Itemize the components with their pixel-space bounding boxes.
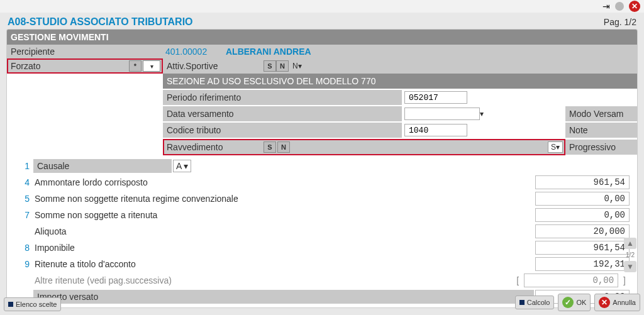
row-label: Imponibile (33, 243, 534, 253)
dataver-spacer (377, 106, 402, 121)
close-icon[interactable]: ✕ (629, 1, 640, 12)
attiv-s-button[interactable]: S (264, 60, 276, 72)
row-value[interactable]: 0,00 (535, 208, 630, 222)
altre-ritenute-row: Altre ritenute (vedi pag.successiva)[0,0… (11, 272, 633, 289)
ravv-n-button[interactable]: N (277, 141, 290, 153)
percipiente-row: Percipiente 401.00002 ALBERANI ANDREA (7, 45, 637, 58)
page-up-button[interactable]: ▲ (624, 238, 636, 249)
modover-cell: Modo Versam T F (565, 106, 638, 121)
ravv-s-button[interactable]: S (264, 141, 276, 153)
check-icon: ✓ (562, 297, 574, 308)
company-title: A08-STUDIO ASSOCIATO TRIBUTARIO (8, 16, 193, 28)
footer: Elenco scelte Calcolo ✓ OK ✕ Annulla (4, 294, 640, 311)
row-label: Ritenute a titolo d'acconto (33, 259, 534, 269)
bracket-close: ] (619, 275, 630, 285)
attiv-n-button[interactable]: N (276, 60, 289, 72)
forzato-highlight: Forzato * ▾ (7, 58, 163, 74)
attiv-label: Attiv.Sportive (163, 61, 264, 71)
row-number: 4 (14, 177, 32, 187)
ravvedimento-highlight: Ravvedimento S N S▾ (163, 139, 565, 155)
periodo-value-cell (402, 90, 565, 105)
periodo-value[interactable] (404, 91, 467, 104)
causale-select[interactable]: A ▾ (173, 160, 191, 172)
periodo-label: Periodo riferimento (163, 90, 377, 105)
detail-row: Aliquota20,000 (11, 223, 633, 240)
row-value[interactable]: 20,000 (535, 224, 630, 238)
modover-label: Modo Versam (569, 109, 623, 119)
ok-label: OK (576, 299, 586, 306)
calcolo-label: Calcolo (527, 299, 550, 306)
annulla-label: Annulla (613, 299, 636, 306)
main-panel: GESTIONE MOVIMENTI Percipiente 401.00002… (6, 29, 638, 308)
page-down-button[interactable]: ▼ (624, 261, 636, 272)
page-header: A08-STUDIO ASSOCIATO TRIBUTARIO Pag. 1/2 (0, 13, 644, 29)
square-icon (8, 302, 13, 307)
codtrib-spacer (377, 123, 402, 138)
forzato-dropdown[interactable]: ▾ (143, 60, 160, 72)
ravvedimento-label: Ravvedimento (167, 142, 262, 152)
row-number: 5 (14, 194, 32, 204)
detail-row: 1CausaleA ▾ (11, 158, 633, 174)
codtrib-value-cell (402, 123, 565, 138)
percipiente-label: Percipiente (11, 47, 162, 57)
dataver-value-cell: ▾ (402, 106, 565, 121)
page-indicator: Pag. 1/2 (604, 17, 636, 27)
row-number: 7 (14, 210, 32, 220)
cancel-icon: ✕ (599, 297, 610, 308)
row-label: Somme non soggette a ritenuta (33, 210, 534, 220)
row-value[interactable]: 961,54 (535, 241, 630, 255)
detail-row: 5Somme non soggette ritenuta regime conv… (11, 191, 633, 207)
row-number: 1 (14, 161, 32, 171)
altre-label: Altre ritenute (vedi pag.successiva) (33, 275, 511, 285)
row-label: Causale (33, 159, 172, 173)
forzato-attiv-row: Forzato * ▾ Attiv.Sportive S N N▾ (7, 58, 637, 74)
dataver-dropdown[interactable]: ▾ (480, 109, 484, 118)
altre-value: 0,00 (524, 274, 618, 287)
window-titlebar: ⇥ ✕ (0, 0, 644, 13)
row-number: 9 (14, 259, 32, 269)
attiv-row: Attiv.Sportive S N N▾ (163, 58, 637, 74)
codtrib-label: Codice tributo (163, 123, 377, 138)
row-number: 8 (14, 243, 32, 253)
elenco-scelte-button[interactable]: Elenco scelte (4, 297, 61, 311)
detail-row: 9Ritenute a titolo d'acconto192,31 (11, 256, 633, 272)
codtrib-value[interactable] (404, 124, 467, 136)
row-value[interactable]: 192,31 (535, 257, 630, 271)
percipiente-code: 401.00002 (165, 47, 222, 57)
dataver-label: Data versamento (163, 106, 377, 121)
section-title: GESTIONE MOVIMENTI (7, 30, 637, 45)
row-value[interactable]: 961,54 (535, 175, 630, 189)
note-label: Note (565, 123, 638, 138)
side-pager: ▲ 1/2 ▼ (624, 238, 636, 272)
bracket-open: [ (513, 275, 523, 285)
detail-rows: 1CausaleA ▾4Ammontare lordo corrisposto9… (7, 155, 637, 307)
detail-row: 7Somme non soggette a ritenuta0,00 (11, 207, 633, 223)
annulla-button[interactable]: ✕ Annulla (594, 294, 640, 311)
row-value[interactable]: 0,00 (535, 192, 630, 206)
dataver-input[interactable] (404, 108, 480, 120)
sec770-grid: SEZIONE AD USO ESCLUSIVO DEL MODELLO 770… (163, 74, 637, 155)
progressivo-label: Progressivo (565, 140, 638, 155)
row-label: Ammontare lordo corrisposto (33, 177, 534, 187)
periodo-spacer (377, 90, 402, 105)
side-page-indicator: 1/2 (626, 251, 635, 258)
sec770-title: SEZIONE AD USO ESCLUSIVO DEL MODELLO 770 (163, 74, 638, 89)
forzato-star-button[interactable]: * (129, 60, 142, 72)
attiv-value[interactable]: N▾ (292, 62, 302, 70)
calcolo-button[interactable]: Calcolo (515, 296, 555, 309)
percipiente-name: ALBERANI ANDREA (226, 47, 311, 57)
row-label: Aliquota (33, 226, 534, 236)
minimize-icon[interactable] (615, 2, 624, 11)
elenco-label: Elenco scelte (16, 301, 57, 308)
detail-row: 8Imponibile961,54 (11, 240, 633, 256)
detail-row: 4Ammontare lordo corrisposto961,54 (11, 174, 633, 191)
pin-icon[interactable]: ⇥ (602, 1, 610, 11)
ok-button[interactable]: ✓ OK (558, 294, 591, 311)
square-icon (519, 300, 525, 305)
forzato-label: Forzato (11, 61, 128, 71)
ravv-value[interactable]: S▾ (548, 141, 563, 153)
row-label: Somme non soggette ritenuta regime conve… (33, 194, 534, 204)
